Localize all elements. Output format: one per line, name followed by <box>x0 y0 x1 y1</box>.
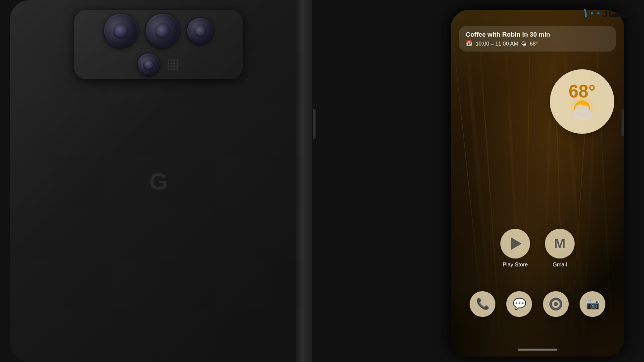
phone-screen: Coffee with Robin in 30 min 📅 10:00 – 11… <box>451 10 624 357</box>
camera-lens-extra <box>138 53 160 75</box>
app-camera[interactable]: 📷 <box>580 291 605 317</box>
app-play-store[interactable]: Play Store <box>500 229 530 267</box>
weather-icon <box>570 101 594 120</box>
chrome-app-icon <box>543 291 569 317</box>
gmail-label: Gmail <box>553 261 567 267</box>
phone-symbol: 📞 <box>476 298 489 310</box>
play-triangle-icon <box>511 237 522 250</box>
notification-title: Coffee with Robin in 30 min <box>466 31 609 38</box>
watermark-number: ۱۰۰ <box>582 6 601 20</box>
camera-lens-main <box>104 14 138 48</box>
notification-details: 📅 10:00 – 11:00 AM 🌤 68° <box>466 40 609 47</box>
camera-module <box>74 10 243 79</box>
play-store-icon <box>500 229 530 259</box>
notification-time: 10:00 – 11:00 AM <box>476 41 518 47</box>
camera-lens-ultra <box>187 18 213 44</box>
gmail-icon: M <box>545 229 575 259</box>
app-messages[interactable]: 💬 <box>506 291 532 317</box>
camera-lens-telephoto <box>146 14 179 48</box>
phone-side-rail <box>296 0 312 362</box>
cloud-shape <box>572 109 592 120</box>
camera-symbol: 📷 <box>586 298 599 310</box>
app-phone[interactable]: 📞 <box>470 291 495 317</box>
messages-app-icon: 💬 <box>506 291 532 317</box>
phone-front-body: Coffee with Robin in 30 min 📅 10:00 – 11… <box>451 10 624 357</box>
messages-symbol: 💬 <box>513 298 526 310</box>
watermark: اقتصاد۱۰۰ <box>582 6 634 20</box>
notification-card[interactable]: Coffee with Robin in 30 min 📅 10:00 – 11… <box>459 26 616 52</box>
app-row-main: Play Store M Gmail <box>451 229 624 267</box>
power-button-back[interactable] <box>313 109 316 139</box>
speaker-grille <box>165 57 179 71</box>
weather-icon-notif: 🌤 <box>521 41 527 47</box>
home-indicator[interactable] <box>518 349 557 351</box>
phone-back: G <box>10 0 307 362</box>
chrome-ring-icon <box>549 298 562 310</box>
notification-weather: 68° <box>530 41 538 47</box>
watermark-container: اقتصاد۱۰۰ <box>582 6 634 20</box>
calendar-icon: 📅 <box>466 40 473 47</box>
watermark-prefix: اقتصاد <box>602 6 634 20</box>
weather-temperature: 68° <box>569 83 595 101</box>
gmail-m-letter: M <box>554 236 565 252</box>
scene: G <box>0 0 644 362</box>
camera-app-icon: 📷 <box>580 291 605 317</box>
watermark-text: اقتصاد۱۰۰ <box>582 6 634 20</box>
app-row-dock: 📞 💬 <box>451 291 624 317</box>
phone-app-icon: 📞 <box>470 291 495 317</box>
phone-front: Coffee with Robin in 30 min 📅 10:00 – 11… <box>317 0 644 362</box>
app-chrome[interactable] <box>543 291 569 317</box>
play-store-label: Play Store <box>503 261 528 267</box>
google-g-logo: G <box>149 167 167 195</box>
weather-widget[interactable]: 68° <box>550 69 614 134</box>
app-gmail[interactable]: M Gmail <box>545 229 575 267</box>
power-button-front[interactable] <box>621 109 624 136</box>
